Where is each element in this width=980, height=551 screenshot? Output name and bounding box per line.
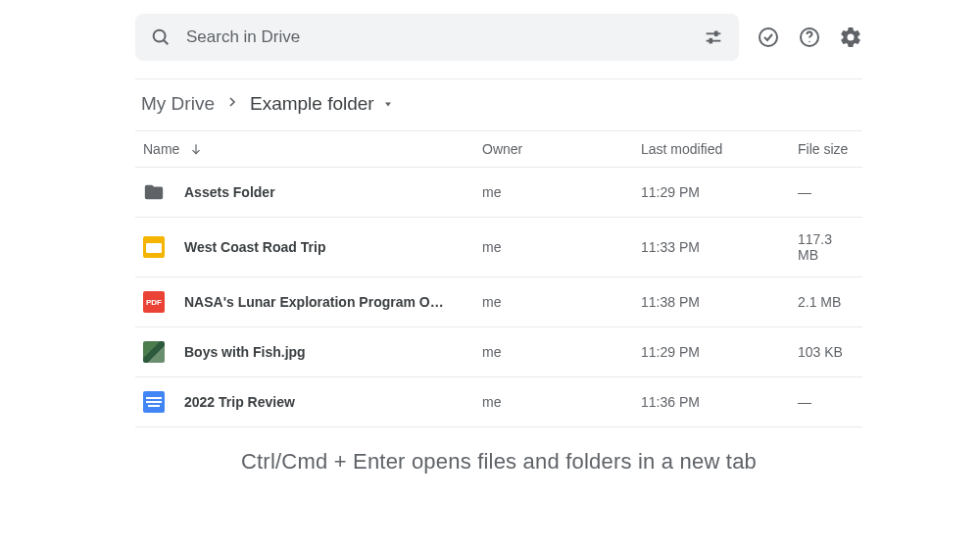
svg-point-0 — [154, 30, 166, 42]
file-owner: me — [482, 344, 641, 360]
offline-ready-icon[interactable] — [757, 25, 780, 49]
file-modified: 11:33 PM — [641, 239, 798, 255]
dropdown-arrow-icon — [382, 98, 394, 110]
col-header-modified[interactable]: Last modified — [641, 141, 798, 157]
folder-icon — [143, 181, 165, 203]
file-modified: 11:29 PM — [641, 344, 798, 360]
file-owner: me — [482, 394, 641, 410]
file-size: — — [798, 184, 855, 200]
table-header: Name Owner Last modified File size — [135, 130, 862, 168]
breadcrumb-current-label: Example folder — [250, 93, 374, 115]
file-name: NASA's Lunar Exploration Program Ov… — [184, 294, 449, 310]
image-thumbnail-icon — [143, 341, 165, 363]
file-size: 117.3 MB — [798, 231, 855, 263]
file-name: 2022 Trip Review — [184, 394, 295, 410]
col-header-owner[interactable]: Owner — [482, 141, 641, 157]
pdf-icon: PDF — [143, 291, 165, 313]
breadcrumb-current[interactable]: Example folder — [250, 93, 394, 115]
svg-line-1 — [164, 40, 168, 44]
search-input[interactable] — [186, 27, 688, 47]
svg-point-8 — [808, 41, 810, 43]
breadcrumb-root[interactable]: My Drive — [141, 93, 215, 115]
svg-point-6 — [760, 28, 777, 46]
file-owner: me — [482, 184, 641, 200]
search-icon — [149, 25, 172, 49]
table-row[interactable]: Assets Folderme11:29 PM— — [135, 168, 862, 218]
search-box[interactable] — [135, 14, 739, 61]
svg-rect-5 — [709, 38, 712, 43]
file-modified: 11:36 PM — [641, 394, 798, 410]
slides-icon — [143, 236, 165, 258]
file-size: — — [798, 394, 855, 410]
file-owner: me — [482, 239, 641, 255]
table-row[interactable]: West Coast Road Tripme11:33 PM117.3 MB — [135, 218, 862, 277]
file-name: Boys with Fish.jpg — [184, 344, 306, 360]
svg-marker-9 — [385, 103, 391, 107]
table-row[interactable]: 2022 Trip Reviewme11:36 PM— — [135, 377, 862, 427]
file-owner: me — [482, 294, 641, 310]
top-bar — [135, 14, 862, 79]
chevron-right-icon — [224, 93, 240, 115]
file-modified: 11:38 PM — [641, 294, 798, 310]
file-name: West Coast Road Trip — [184, 239, 325, 255]
file-name: Assets Folder — [184, 184, 275, 200]
keyboard-tip: Ctrl/Cmd + Enter opens files and folders… — [135, 427, 862, 475]
sort-arrow-down-icon — [189, 142, 203, 156]
help-icon[interactable] — [798, 25, 821, 49]
file-size: 103 KB — [798, 344, 855, 360]
table-row[interactable]: Boys with Fish.jpgme11:29 PM103 KB — [135, 327, 862, 377]
file-size: 2.1 MB — [798, 294, 855, 310]
file-table: Name Owner Last modified File size Asset… — [135, 130, 862, 427]
breadcrumb: My Drive Example folder — [135, 79, 862, 130]
svg-rect-4 — [714, 31, 718, 36]
docs-icon — [143, 391, 165, 413]
file-modified: 11:29 PM — [641, 184, 798, 200]
col-header-name-label: Name — [143, 141, 179, 157]
gear-icon[interactable] — [839, 25, 862, 49]
search-options-icon[interactable] — [702, 25, 725, 49]
top-actions — [757, 25, 862, 49]
col-header-size[interactable]: File size — [798, 141, 855, 157]
col-header-name[interactable]: Name — [143, 141, 482, 157]
table-row[interactable]: PDFNASA's Lunar Exploration Program Ov…m… — [135, 277, 862, 327]
